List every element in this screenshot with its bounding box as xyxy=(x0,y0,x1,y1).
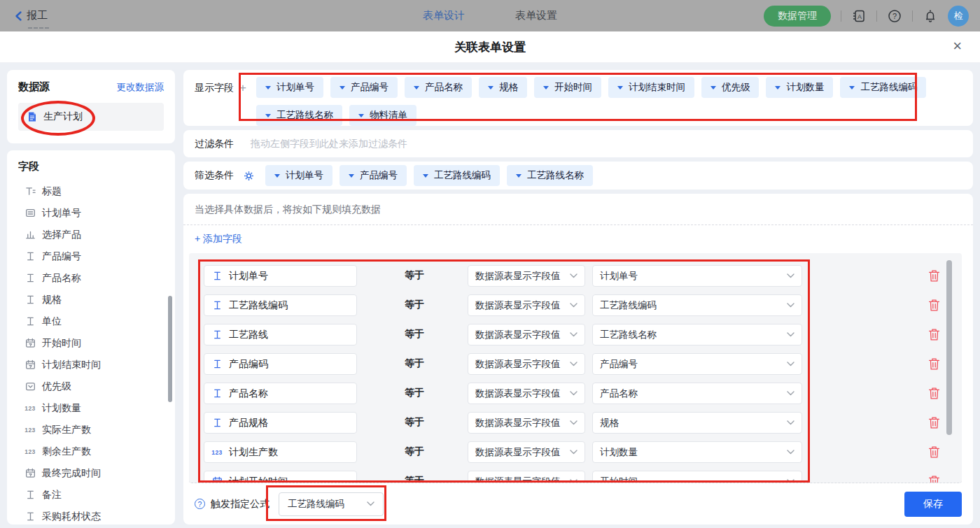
rule-source-value: 数据源表显示字段值 xyxy=(475,329,561,341)
field-tag[interactable]: 计划数量 xyxy=(766,77,833,98)
sidebar-field-item[interactable]: 123计划数量 xyxy=(18,397,175,419)
rule-value-select[interactable]: 产品名称 xyxy=(592,383,802,404)
field-tag[interactable]: 工艺路线编码 xyxy=(840,77,926,98)
sidebar-field-item[interactable]: 最终完成时间 xyxy=(18,462,175,484)
trigger-help-icon[interactable]: ? xyxy=(195,499,205,509)
rule-source-select[interactable]: 数据源表显示字段值 xyxy=(468,412,585,434)
rule-source-select[interactable]: 数据源表显示字段值 xyxy=(468,294,585,316)
field-tag[interactable]: 计划结束时间 xyxy=(608,77,694,98)
delete-row-icon[interactable] xyxy=(928,416,941,430)
fields-scrollbar[interactable] xyxy=(168,296,172,402)
filter-placeholder[interactable]: 拖动左侧字段到此处来添加过滤条件 xyxy=(251,138,407,150)
tab-form-settings[interactable]: 表单设置 xyxy=(515,9,557,22)
sidebar-field-item[interactable]: 规格 xyxy=(18,289,175,311)
sidebar-field-item[interactable]: 单位 xyxy=(18,311,175,332)
caret-down-icon xyxy=(516,174,522,178)
sidebar-field-item[interactable]: 开始时间 xyxy=(18,332,175,354)
rules-scrollbar[interactable] xyxy=(946,260,952,435)
field-tag[interactable]: 产品名称 xyxy=(405,77,472,98)
help-icon[interactable]: ? xyxy=(887,8,902,24)
field-tag[interactable]: 计划单号 xyxy=(265,165,332,186)
close-icon[interactable]: × xyxy=(953,38,962,54)
field-tag[interactable]: 产品编号 xyxy=(330,77,398,98)
change-datasource-link[interactable]: 更改数据源 xyxy=(117,81,164,94)
rule-field-input[interactable]: 123计划生产数 xyxy=(204,441,357,463)
field-label: 采购耗材状态 xyxy=(42,511,101,523)
rule-field-input[interactable]: 工艺路线 xyxy=(204,324,357,345)
rule-source-select[interactable]: 数据源表显示字段值 xyxy=(468,383,585,404)
sidebar-field-item[interactable]: 标题 xyxy=(18,180,175,202)
rule-field-input[interactable]: 产品编码 xyxy=(204,353,357,375)
delete-row-icon[interactable] xyxy=(928,445,941,459)
fields-title: 字段 xyxy=(18,160,175,173)
rule-value-select[interactable]: 计划单号 xyxy=(592,265,802,287)
rule-value-select[interactable]: 工艺路线名称 xyxy=(592,324,802,345)
rule-field-input[interactable]: 计划单号 xyxy=(204,265,357,287)
notification-bell-icon[interactable] xyxy=(923,8,938,24)
rule-source-select[interactable]: 数据源表显示字段值 xyxy=(468,441,585,463)
rule-field-input[interactable]: 产品规格 xyxy=(204,412,357,434)
rule-row: 产品规格等于数据源表显示字段值规格 xyxy=(189,408,962,438)
gear-icon[interactable] xyxy=(244,171,254,181)
sidebar-field-item[interactable]: 计划结束时间 xyxy=(18,354,175,376)
sidebar-field-item[interactable]: 采购耗材状态 xyxy=(18,506,175,525)
rule-value-select[interactable]: 产品编号 xyxy=(592,353,802,375)
tab-form-design[interactable]: 表单设计 xyxy=(423,9,465,22)
trigger-formula-label: 触发指定公式 xyxy=(211,498,270,511)
rule-row: 工艺路线等于数据源表显示字段值工艺路线名称 xyxy=(189,320,962,350)
field-tag[interactable]: 产品编号 xyxy=(340,165,407,186)
separator xyxy=(876,10,877,22)
field-tag[interactable]: 工艺路线名称 xyxy=(256,105,342,126)
field-tag[interactable]: 规格 xyxy=(479,77,527,98)
delete-row-icon[interactable] xyxy=(928,475,941,483)
delete-row-icon[interactable] xyxy=(928,328,941,342)
delete-row-icon[interactable] xyxy=(928,357,941,371)
field-tag[interactable]: 计划单号 xyxy=(256,77,323,98)
field-tag[interactable]: 工艺路线编码 xyxy=(414,165,500,186)
rule-value-select[interactable]: 计划数量 xyxy=(592,441,802,463)
sidebar-field-item[interactable]: 123实际生产数 xyxy=(18,419,175,441)
rule-source-select[interactable]: 数据源表显示字段值 xyxy=(468,265,585,287)
rule-source-select[interactable]: 数据源表显示字段值 xyxy=(468,324,585,345)
rule-field-label: 产品名称 xyxy=(229,387,268,400)
delete-row-icon[interactable] xyxy=(928,299,941,313)
calendar-icon xyxy=(24,359,36,370)
sidebar-field-item[interactable]: 优先级 xyxy=(18,376,175,397)
rule-value-select[interactable]: 规格 xyxy=(592,412,802,434)
field-label: 产品名称 xyxy=(42,272,81,285)
data-manage-button[interactable]: 数据管理 xyxy=(764,6,831,27)
text-icon xyxy=(24,316,36,327)
rule-field-input[interactable]: 工艺路线编码 xyxy=(204,294,357,316)
user-avatar[interactable]: 检 xyxy=(948,6,969,27)
sidebar-field-item[interactable]: 备注 xyxy=(18,484,175,506)
field-tag[interactable]: 优先级 xyxy=(701,77,760,98)
back-button[interactable]: 报工 xyxy=(11,8,48,24)
trigger-formula-select[interactable]: 工艺路线编码 xyxy=(279,492,384,516)
rule-source-select[interactable]: 数据源表显示字段值 xyxy=(468,471,585,483)
rule-field-input[interactable]: 产品名称 xyxy=(204,383,357,404)
sidebar-field-item[interactable]: 123剩余生产数 xyxy=(18,441,175,462)
sidebar-field-item[interactable]: 产品编号 xyxy=(18,245,175,267)
rule-value-label: 工艺路线编码 xyxy=(600,299,657,312)
datasource-item-production-plan[interactable]: 生产计划 xyxy=(18,103,164,131)
add-display-field-icon[interactable]: + xyxy=(239,81,246,95)
delete-row-icon[interactable] xyxy=(928,269,941,283)
delete-row-icon[interactable] xyxy=(928,387,941,401)
add-field-link[interactable]: + 添加字段 xyxy=(183,225,973,253)
save-button[interactable]: 保存 xyxy=(904,492,962,517)
field-tag[interactable]: 开始时间 xyxy=(534,77,601,98)
rules-footer: ? 触发指定公式 工艺路线编码 保存 xyxy=(183,483,973,525)
sidebar-field-item[interactable]: 产品名称 xyxy=(18,267,175,289)
rule-field-input[interactable]: 计划开始时间 xyxy=(204,471,357,483)
field-tag[interactable]: 物料清单 xyxy=(349,105,416,126)
filter-card: 过滤条件 拖动左侧字段到此处来添加过滤条件 xyxy=(183,130,973,157)
contacts-icon[interactable]: A xyxy=(851,8,867,24)
sidebar-field-item[interactable]: 计划单号 xyxy=(18,202,175,224)
field-tag[interactable]: 工艺路线名称 xyxy=(507,165,593,186)
caret-down-icon xyxy=(488,86,493,90)
rule-source-select[interactable]: 数据源表显示字段值 xyxy=(468,353,585,375)
sidebar-field-item[interactable]: 选择产品 xyxy=(18,224,175,245)
rule-value-select[interactable]: 工艺路线编码 xyxy=(592,294,802,316)
display-fields-label: 显示字段 xyxy=(195,82,234,94)
rule-value-select[interactable]: 开始时间 xyxy=(592,471,802,483)
